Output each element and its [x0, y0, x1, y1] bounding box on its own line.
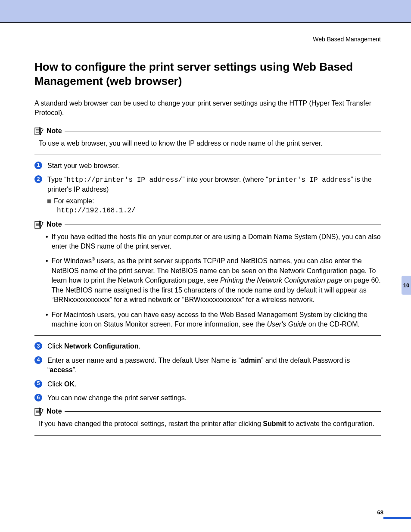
- step-4: 4 Enter a user name and a password. The …: [34, 356, 381, 375]
- intro-paragraph: A standard web browser can be used to ch…: [34, 99, 381, 117]
- note-block-2: Note If you have edited the hosts file o…: [34, 220, 381, 336]
- note-icon: [34, 407, 44, 416]
- step-2-text: Type “http://printer's IP address/” into…: [47, 176, 372, 193]
- step-number-icon: 4: [34, 356, 42, 364]
- footer-accent: [383, 517, 411, 519]
- step-number-icon: 1: [34, 162, 42, 169]
- step-4-text: Enter a user name and a password. The de…: [47, 356, 381, 375]
- note-2-bullet-3: For Macintosh users, you can have easy a…: [52, 310, 381, 330]
- note-2-bullet-2: For Windows® users, as the print server …: [52, 256, 381, 305]
- step-3-text: Click Network Configuration.: [47, 342, 381, 351]
- note-block-3: Note If you have changed the protocol se…: [34, 407, 381, 435]
- step-2-example-label: For example:: [47, 196, 381, 206]
- note-icon: [34, 127, 44, 135]
- note-label: Note: [47, 127, 62, 135]
- page-title: How to configure the print server settin…: [34, 60, 381, 88]
- note-label: Note: [47, 408, 62, 415]
- step-1: 1 Start your web browser.: [34, 161, 381, 171]
- step-1-text: Start your web browser.: [47, 161, 381, 171]
- note-label: Note: [47, 221, 62, 228]
- step-6: 6 You can now change the print server se…: [34, 393, 381, 403]
- step-2-example-code: http://192.168.1.2/: [57, 206, 381, 215]
- page-number: 68: [377, 509, 383, 516]
- step-3: 3 Click Network Configuration.: [34, 342, 381, 351]
- step-5: 5 Click OK.: [34, 380, 381, 389]
- note-block-1: Note To use a web browser, you will need…: [34, 127, 381, 155]
- note-3-body: If you have changed the protocol setting…: [34, 419, 381, 429]
- section-header-label: Web Based Management: [34, 36, 381, 43]
- chapter-tab: 10: [402, 276, 411, 295]
- note-1-body: To use a web browser, you will need to k…: [34, 139, 381, 148]
- step-5-text: Click OK.: [47, 380, 381, 389]
- top-bar: [0, 0, 411, 23]
- note-icon: [34, 220, 44, 229]
- step-2: 2 Type “http://printer's IP address/” in…: [34, 175, 381, 216]
- step-number-icon: 5: [34, 380, 42, 388]
- note-2-bullet-1: If you have edited the hosts file on you…: [52, 232, 381, 252]
- step-number-icon: 2: [34, 175, 42, 183]
- step-6-text: You can now change the print server sett…: [47, 393, 381, 403]
- step-number-icon: 6: [34, 394, 42, 401]
- step-number-icon: 3: [34, 342, 42, 350]
